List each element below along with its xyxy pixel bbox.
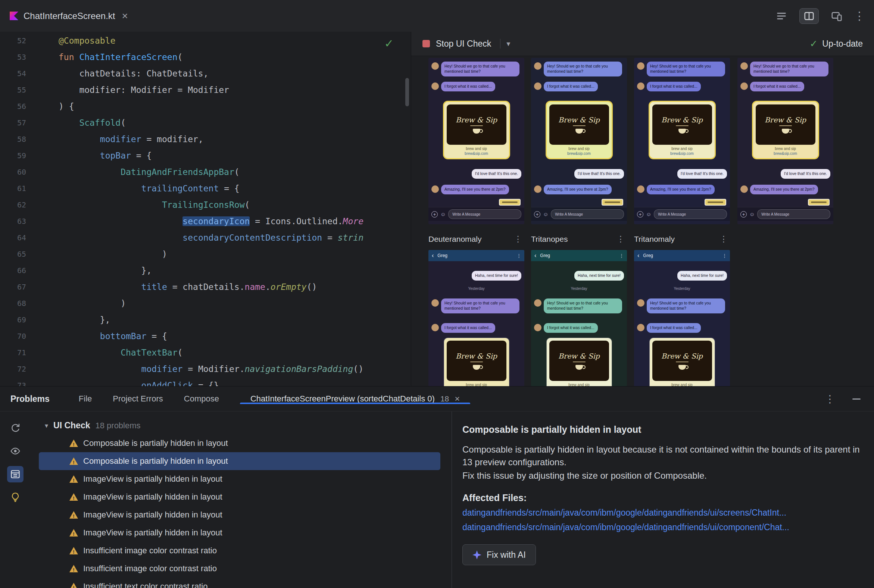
refresh-icon[interactable] (7, 420, 24, 436)
code-line[interactable]: 61 trailingContent = { (0, 180, 411, 196)
chat-options-icon[interactable]: ⋮ (722, 253, 727, 258)
card-link[interactable]: brew&sip.com (652, 152, 712, 156)
chat-options-icon[interactable]: ⋮ (517, 253, 521, 258)
card-link[interactable]: brew&sip.com (756, 152, 815, 156)
code-line[interactable]: 53fun ChatInterfaceScreen( (0, 49, 411, 65)
code-line[interactable]: 55 modifier: Modifier = Modifier (0, 82, 411, 98)
variant-options-icon[interactable]: ⋮ (719, 234, 730, 244)
emoji-icon[interactable]: ☺ (543, 211, 548, 217)
code-line[interactable]: 66 }, (0, 262, 411, 279)
emoji-icon[interactable]: ☺ (749, 211, 755, 217)
phone-preview[interactable]: Hey! Should we go to that cafe you menti… (634, 58, 730, 224)
line-number[interactable]: 72 (0, 364, 29, 374)
close-tab-icon[interactable]: × (455, 394, 460, 404)
add-icon[interactable]: + (431, 211, 438, 218)
line-number[interactable]: 70 (0, 332, 29, 340)
editor-scrollbar[interactable] (405, 78, 409, 106)
line-number[interactable]: 53 (0, 52, 29, 62)
problem-item[interactable]: ImageView is partially hidden in layout (39, 488, 440, 506)
problem-item[interactable]: Composable is partially hidden in layout (39, 434, 440, 452)
card-link[interactable]: brew&sip.com (549, 152, 609, 156)
code-line[interactable]: 65 ) (0, 246, 411, 262)
problems-group-header[interactable]: ▾ UI Check 18 problems (31, 411, 452, 434)
line-number[interactable]: 58 (0, 135, 29, 144)
line-number[interactable]: 63 (0, 217, 29, 226)
line-number[interactable]: 66 (0, 266, 29, 275)
code-line[interactable]: 70 bottomBar = { (0, 328, 411, 344)
code-line[interactable]: 54 chatDetails: ChatDetails, (0, 65, 411, 82)
code-line[interactable]: 57 Scaffold( (0, 114, 411, 131)
phone-preview[interactable]: ‹Greg⋮Haha, next time for sure!Yesterday… (428, 250, 524, 386)
code-line[interactable]: 63 secondaryIcon = Icons.Outlined.More (0, 213, 411, 230)
code-line[interactable]: 56) { (0, 98, 411, 114)
back-icon[interactable]: ‹ (637, 252, 639, 259)
line-number[interactable]: 60 (0, 168, 29, 177)
code-line[interactable]: 64 secondaryContentDescription = strin (0, 230, 411, 246)
code-line[interactable]: 60 DatingAndFriendsAppBar( (0, 164, 411, 180)
back-icon[interactable]: ‹ (535, 252, 536, 259)
add-icon[interactable]: + (637, 211, 643, 218)
add-icon[interactable]: + (534, 211, 541, 218)
editor-tab[interactable]: ChatInterfaceScreen.kt × (0, 0, 137, 32)
back-icon[interactable]: ‹ (432, 252, 434, 259)
line-number[interactable]: 73 (0, 381, 29, 386)
line-number[interactable]: 55 (0, 86, 29, 94)
emoji-icon[interactable]: ☺ (646, 211, 651, 217)
code-line[interactable]: 59 topBar = { (0, 147, 411, 164)
line-number[interactable]: 61 (0, 184, 29, 193)
card-link[interactable]: brew&sip.com (447, 152, 506, 156)
chevron-down-icon[interactable]: ▾ (506, 39, 510, 48)
code-editor[interactable]: 52@Composable53fun ChatInterfaceScreen(5… (0, 32, 411, 386)
code-line[interactable]: 67 title = chatDetails.name.orEmpty() (0, 279, 411, 295)
eye-icon[interactable] (7, 443, 24, 459)
lightbulb-icon[interactable] (7, 489, 24, 506)
message-input[interactable]: Write A Message (551, 209, 624, 219)
line-number[interactable]: 69 (0, 315, 29, 324)
problem-item[interactable]: ImageView is partially hidden in layout (39, 506, 440, 524)
message-input[interactable]: Write A Message (757, 209, 830, 219)
problem-item[interactable]: ImageView is partially hidden in layout (39, 470, 440, 488)
code-line[interactable]: 68 ) (0, 295, 411, 312)
add-icon[interactable]: + (740, 211, 747, 218)
fix-with-ai-button[interactable]: Fix with AI (463, 544, 536, 565)
panel-tab[interactable]: File (79, 394, 92, 404)
phone-preview[interactable]: Hey! Should we go to that cafe you menti… (531, 58, 627, 224)
affected-file-link[interactable]: datingandfriends/src/main/java/com/ibm/g… (463, 522, 863, 532)
code-line[interactable]: 62 TrailingIconsRow( (0, 196, 411, 213)
device-preview-icon[interactable] (829, 9, 844, 24)
editor-more-icon[interactable]: ⋮ (854, 9, 864, 24)
split-editor-mode-icon[interactable] (799, 8, 819, 24)
variant-options-icon[interactable]: ⋮ (617, 234, 627, 244)
phone-preview[interactable]: Hey! Should we go to that cafe you menti… (737, 58, 833, 224)
code-line[interactable]: 73 onAddClick = {} (0, 377, 411, 386)
code-line[interactable]: 71 ChatTextBar( (0, 344, 411, 361)
problem-item[interactable]: Insufficient image color contrast ratio (39, 542, 440, 560)
line-number[interactable]: 64 (0, 233, 29, 242)
phone-preview[interactable]: ‹Greg⋮Haha, next time for sure!Yesterday… (634, 250, 730, 386)
affected-file-link[interactable]: datingandfriends/src/main/java/com/ibm/g… (463, 508, 863, 518)
problem-item[interactable]: Insufficient text color contrast ratio (39, 578, 440, 588)
structure-view-icon[interactable] (774, 9, 789, 24)
code-line[interactable]: 52@Composable (0, 33, 411, 49)
panel-tab[interactable]: Compose (184, 394, 219, 404)
chat-options-icon[interactable]: ⋮ (619, 253, 624, 258)
code-line[interactable]: 58 modifier = modifier, (0, 131, 411, 147)
phone-preview[interactable]: ‹Greg⋮Haha, next time for sure!Yesterday… (531, 250, 627, 386)
panel-tab[interactable]: Project Errors (113, 394, 163, 404)
inspection-ok-icon[interactable]: ✓ (384, 37, 394, 50)
stop-ui-check-button[interactable]: Stop UI Check (436, 39, 491, 49)
line-number[interactable]: 65 (0, 250, 29, 258)
line-number[interactable]: 68 (0, 299, 29, 308)
emoji-icon[interactable]: ☺ (440, 211, 446, 217)
chevron-down-icon[interactable]: ▾ (45, 422, 48, 430)
message-input[interactable]: Write A Message (654, 209, 727, 219)
close-tab-icon[interactable]: × (122, 10, 128, 22)
panel-options-icon[interactable]: ⋮ (825, 393, 835, 405)
minimize-panel-icon[interactable] (852, 399, 860, 400)
line-number[interactable]: 62 (0, 200, 29, 209)
line-number[interactable]: 54 (0, 69, 29, 78)
problem-item[interactable]: ImageView is partially hidden in layout (39, 524, 440, 542)
phone-preview[interactable]: Hey! Should we go to that cafe you menti… (428, 58, 524, 224)
message-input[interactable]: Write A Message (448, 209, 521, 219)
line-number[interactable]: 59 (0, 151, 29, 160)
